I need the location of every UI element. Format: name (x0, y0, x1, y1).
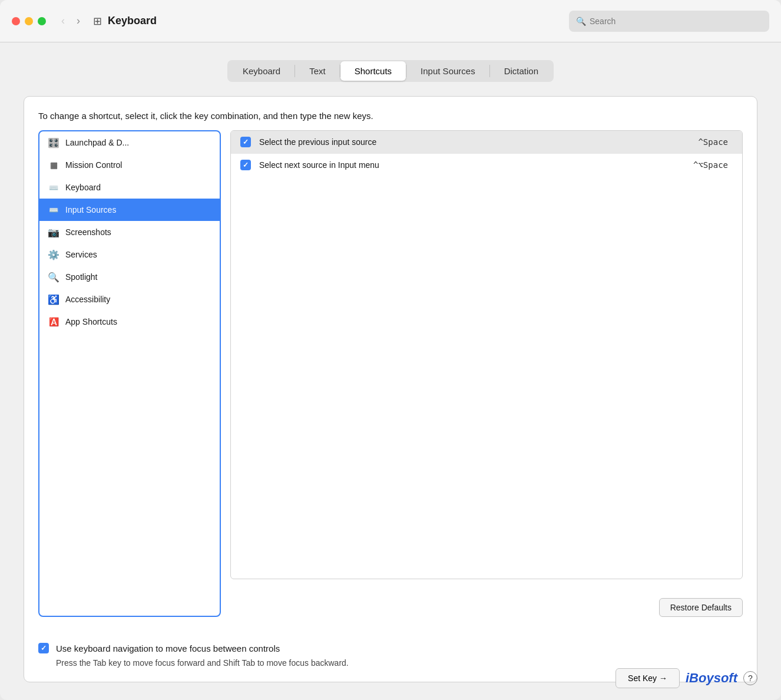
tabs-container: Keyboard Text Shortcuts Input Sources Di… (24, 60, 757, 82)
set-key-button[interactable]: Set Key → (615, 668, 680, 688)
iboysoft-watermark: iBoysoft (686, 671, 737, 686)
sidebar-item-launchpad[interactable]: 🎛️ Launchpad & D... (39, 131, 220, 154)
right-pane: ✓ Select the previous input source ^Spac… (230, 130, 743, 617)
app-shortcuts-icon: 🅰️ (48, 316, 59, 328)
sidebar-item-keyboard[interactable]: ⌨️ Keyboard (39, 176, 220, 199)
accessibility-icon: ♿ (48, 293, 59, 305)
content-area: Keyboard Text Shortcuts Input Sources Di… (0, 42, 781, 700)
help-button[interactable]: ? (743, 671, 757, 685)
check-icon-prev: ✓ (243, 138, 249, 146)
sidebar-item-app-shortcuts[interactable]: 🅰️ App Shortcuts (39, 311, 220, 333)
sidebar-item-label-spotlight: Spotlight (65, 272, 97, 282)
shortcut-row-next-input[interactable]: ✓ Select next source in Input menu ^⌥Spa… (231, 154, 742, 176)
sidebar-item-label-launchpad: Launchpad & D... (65, 138, 129, 147)
sidebar-item-label-screenshots: Screenshots (65, 227, 111, 237)
sidebar-item-label-accessibility: Accessibility (65, 295, 110, 304)
checkbox-next-input[interactable]: ✓ (240, 160, 251, 170)
sidebar-item-spotlight[interactable]: 🔍 Spotlight (39, 266, 220, 288)
input-sources-icon: ⌨️ (48, 204, 59, 216)
main-panel: To change a shortcut, select it, click t… (24, 96, 757, 682)
bottom-section: ✓ Use keyboard navigation to move focus … (38, 633, 743, 668)
sidebar-item-mission-control[interactable]: ▦ Mission Control (39, 154, 220, 176)
minimize-button[interactable] (25, 17, 33, 25)
nav-check-icon: ✓ (41, 644, 47, 652)
sidebar-item-screenshots[interactable]: 📷 Screenshots (39, 221, 220, 243)
maximize-button[interactable] (38, 17, 46, 25)
tab-text[interactable]: Text (295, 61, 340, 81)
instruction-text: To change a shortcut, select it, click t… (38, 111, 743, 121)
shortcut-table: ✓ Select the previous input source ^Spac… (230, 130, 743, 579)
sidebar-item-label-keyboard: Keyboard (65, 183, 101, 192)
sidebar-item-services[interactable]: ⚙️ Services (39, 243, 220, 266)
search-box[interactable]: 🔍 (569, 11, 769, 32)
tab-input-sources[interactable]: Input Sources (406, 61, 489, 81)
titlebar: ‹ › ⊞ Keyboard 🔍 (0, 0, 781, 42)
sidebar: 🎛️ Launchpad & D... ▦ Mission Control ⌨️… (38, 130, 221, 617)
mission-control-icon: ▦ (48, 159, 59, 171)
launchpad-icon: 🎛️ (48, 137, 59, 148)
nav-label: Use keyboard navigation to move focus be… (56, 643, 280, 653)
tabs: Keyboard Text Shortcuts Input Sources Di… (227, 60, 554, 82)
tab-dictation[interactable]: Dictation (490, 61, 552, 81)
sidebar-item-accessibility[interactable]: ♿ Accessibility (39, 288, 220, 311)
keyboard-icon: ⌨️ (48, 181, 59, 193)
checkbox-prev-input[interactable]: ✓ (240, 137, 251, 147)
check-icon-next: ✓ (243, 161, 249, 169)
nav-arrows: ‹ › (58, 12, 84, 29)
pane-container: 🎛️ Launchpad & D... ▦ Mission Control ⌨️… (38, 130, 743, 617)
sidebar-item-label-mission-control: Mission Control (65, 160, 122, 170)
tab-shortcuts[interactable]: Shortcuts (340, 61, 406, 81)
spotlight-icon: 🔍 (48, 271, 59, 283)
nav-sublabel: Press the Tab key to move focus forward … (56, 658, 743, 668)
shortcut-key-prev-input: ^Space (698, 137, 728, 147)
search-input[interactable] (590, 16, 762, 26)
screenshots-icon: 📷 (48, 226, 59, 238)
nav-checkbox-row: ✓ Use keyboard navigation to move focus … (38, 643, 743, 653)
forward-arrow[interactable]: › (73, 12, 84, 29)
restore-defaults-button[interactable]: Restore Defaults (659, 598, 743, 617)
shortcut-label-next-input: Select next source in Input menu (259, 160, 685, 170)
shortcut-label-prev-input: Select the previous input source (259, 137, 690, 147)
shortcut-row-prev-input[interactable]: ✓ Select the previous input source ^Spac… (231, 131, 742, 154)
sidebar-item-label-input-sources: Input Sources (65, 205, 116, 214)
close-button[interactable] (12, 17, 20, 25)
window-title: Keyboard (108, 15, 569, 27)
sidebar-item-input-sources[interactable]: ⌨️ Input Sources (39, 199, 220, 221)
back-arrow[interactable]: ‹ (58, 12, 68, 29)
traffic-lights (12, 17, 46, 25)
shortcut-key-next-input: ^⌥Space (693, 160, 728, 170)
bottom-bar: Set Key → iBoysoft ? (615, 668, 757, 688)
sidebar-item-label-app-shortcuts: App Shortcuts (65, 317, 117, 326)
search-icon: 🔍 (576, 16, 586, 26)
grid-icon[interactable]: ⊞ (93, 15, 102, 28)
services-icon: ⚙️ (48, 249, 59, 260)
main-window: ‹ › ⊞ Keyboard 🔍 Keyboard Text Shortcuts… (0, 0, 781, 700)
tab-keyboard[interactable]: Keyboard (229, 61, 294, 81)
keyboard-nav-checkbox[interactable]: ✓ (38, 643, 49, 653)
sidebar-item-label-services: Services (65, 250, 97, 259)
